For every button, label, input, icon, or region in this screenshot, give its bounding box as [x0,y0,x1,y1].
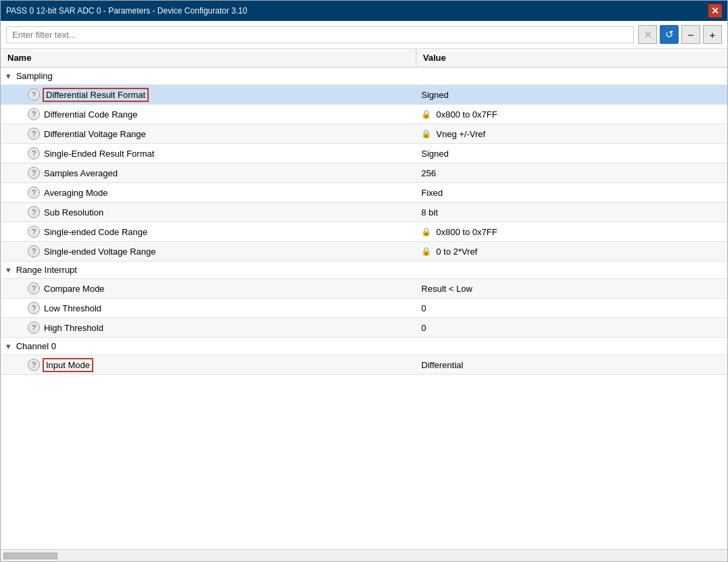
value-cell-differential-voltage-range[interactable]: 🔒 Vneg +/-Vref [416,124,727,144]
chevron-icon-channel-0: ▾ [6,341,11,351]
name-cell-high-threshold: ? High Threshold [1,318,416,338]
table-row-input-mode[interactable]: ? Input Mode Differential [1,355,727,375]
lock-icon: 🔒 [421,247,431,256]
chevron-icon-range-interrupt: ▾ [6,265,11,275]
filter-bar: ✕ ↺ − + [1,21,727,49]
name-cell-samples-averaged: ? Samples Averaged [1,163,416,183]
name-cell-differential-voltage-range: ? Differential Voltage Range [1,124,416,144]
section-label-sampling: ▾ Sampling [1,68,727,85]
param-name-samples-averaged: Samples Averaged [44,168,118,178]
clear-filter-button[interactable]: ✕ [638,25,657,44]
horizontal-scroll-thumb[interactable] [3,553,57,559]
chevron-icon-sampling: ▾ [6,71,11,81]
params-table: Name Value ▾ Sampling ? Differential Res… [1,49,727,375]
close-button[interactable]: ✕ [708,4,722,18]
help-icon-differential-voltage-range[interactable]: ? [28,128,40,140]
name-cell-low-threshold: ? Low Threshold [1,299,416,318]
lock-icon: 🔒 [421,129,431,138]
params-table-container: Name Value ▾ Sampling ? Differential Res… [1,49,727,549]
help-icon-single-ended-code-range[interactable]: ? [28,226,40,238]
param-name-low-threshold: Low Threshold [44,303,101,313]
name-cell-averaging-mode: ? Averaging Mode [1,183,416,203]
param-value-high-threshold: 0 [421,323,426,333]
table-row-compare-mode[interactable]: ? Compare Mode Result < Low [1,279,727,299]
param-value-differential-voltage-range: Vneg +/-Vref [436,129,485,139]
param-name-sub-resolution: Sub Resolution [44,207,103,218]
section-header-sampling[interactable]: ▾ Sampling [1,68,727,85]
table-row-high-threshold[interactable]: ? High Threshold 0 [1,318,727,338]
help-icon-differential-result-format[interactable]: ? [28,88,40,101]
value-cell-low-threshold[interactable]: 0 [416,299,727,318]
value-cell-high-threshold[interactable]: 0 [416,318,727,338]
collapse-all-button[interactable]: − [681,25,700,44]
table-row-samples-averaged[interactable]: ? Samples Averaged 256 [1,163,727,183]
param-name-compare-mode: Compare Mode [44,284,105,294]
param-name-differential-code-range: Differential Code Range [44,109,138,120]
refresh-button[interactable]: ↺ [660,25,679,44]
help-icon-averaging-mode[interactable]: ? [28,186,40,199]
table-row-averaging-mode[interactable]: ? Averaging Mode Fixed [1,183,727,203]
table-row-differential-result-format[interactable]: ? Differential Result Format Signed [1,85,727,105]
help-icon-differential-code-range[interactable]: ? [28,108,40,120]
help-icon-sub-resolution[interactable]: ? [28,206,40,218]
lock-icon: 🔒 [421,227,431,236]
value-cell-differential-result-format[interactable]: Signed [416,85,727,105]
table-row-single-ended-voltage-range[interactable]: ? Single-ended Voltage Range 🔒 0 to 2*Vr… [1,242,727,261]
help-icon-input-mode[interactable]: ? [28,359,40,371]
value-cell-compare-mode[interactable]: Result < Low [416,279,727,299]
value-cell-averaging-mode[interactable]: Fixed [416,183,727,203]
param-name-averaging-mode: Averaging Mode [44,188,107,198]
table-row-single-ended-result-format[interactable]: ? Single-Ended Result Format Signed [1,144,727,163]
value-cell-single-ended-result-format[interactable]: Signed [416,144,727,163]
param-name-single-ended-result-format: Single-Ended Result Format [44,149,154,159]
param-value-single-ended-voltage-range: 0 to 2*Vref [436,247,477,257]
expand-all-button[interactable]: + [703,25,722,44]
name-cell-sub-resolution: ? Sub Resolution [1,203,416,222]
column-name-header: Name [1,49,416,68]
value-cell-sub-resolution[interactable]: 8 bit [416,203,727,222]
section-label-channel-0: ▾ Channel 0 [1,338,727,355]
lock-icon: 🔒 [421,109,431,119]
section-header-range-interrupt[interactable]: ▾ Range Interrupt [1,261,727,279]
param-value-averaging-mode: Fixed [421,188,443,198]
name-cell-single-ended-voltage-range: ? Single-ended Voltage Range [1,242,416,261]
horizontal-scrollbar[interactable] [1,549,727,561]
help-icon-low-threshold[interactable]: ? [28,302,40,314]
param-name-high-threshold: High Threshold [44,323,103,333]
name-cell-compare-mode: ? Compare Mode [1,279,416,299]
name-cell-differential-result-format: ? Differential Result Format [1,85,416,105]
help-icon-compare-mode[interactable]: ? [28,282,40,295]
value-cell-samples-averaged[interactable]: 256 [416,163,727,183]
param-value-compare-mode: Result < Low [421,284,472,294]
value-cell-input-mode[interactable]: Differential [416,355,727,375]
filter-icons: ✕ ↺ − + [638,25,722,44]
table-row-low-threshold[interactable]: ? Low Threshold 0 [1,299,727,318]
param-name-single-ended-code-range: Single-ended Code Range [44,227,147,237]
name-cell-single-ended-code-range: ? Single-ended Code Range [1,222,416,242]
window-title: PASS 0 12-bit SAR ADC 0 - Parameters - D… [6,6,247,16]
section-header-channel-0[interactable]: ▾ Channel 0 [1,338,727,355]
column-value-header: Value [416,49,727,68]
main-window: PASS 0 12-bit SAR ADC 0 - Parameters - D… [0,0,728,562]
value-cell-differential-code-range[interactable]: 🔒 0x800 to 0x7FF [416,105,727,124]
param-value-sub-resolution: 8 bit [421,207,438,218]
name-cell-single-ended-result-format: ? Single-Ended Result Format [1,144,416,163]
help-icon-high-threshold[interactable]: ? [28,322,40,334]
value-cell-single-ended-code-range[interactable]: 🔒 0x800 to 0x7FF [416,222,727,242]
param-value-differential-result-format: Signed [421,90,448,100]
table-row-differential-code-range[interactable]: ? Differential Code Range 🔒 0x800 to 0x7… [1,105,727,124]
title-bar: PASS 0 12-bit SAR ADC 0 - Parameters - D… [1,1,727,21]
table-row-differential-voltage-range[interactable]: ? Differential Voltage Range 🔒 Vneg +/-V… [1,124,727,144]
name-cell-input-mode: ? Input Mode [1,355,416,375]
table-row-sub-resolution[interactable]: ? Sub Resolution 8 bit [1,203,727,222]
param-value-samples-averaged: 256 [421,168,436,178]
help-icon-single-ended-result-format[interactable]: ? [28,147,40,159]
filter-input[interactable] [6,26,634,43]
param-value-single-ended-code-range: 0x800 to 0x7FF [436,227,497,237]
help-icon-single-ended-voltage-range[interactable]: ? [28,245,40,257]
param-value-input-mode: Differential [421,360,463,370]
param-name-single-ended-voltage-range: Single-ended Voltage Range [44,247,156,257]
table-row-single-ended-code-range[interactable]: ? Single-ended Code Range 🔒 0x800 to 0x7… [1,222,727,242]
help-icon-samples-averaged[interactable]: ? [28,167,40,179]
value-cell-single-ended-voltage-range[interactable]: 🔒 0 to 2*Vref [416,242,727,261]
